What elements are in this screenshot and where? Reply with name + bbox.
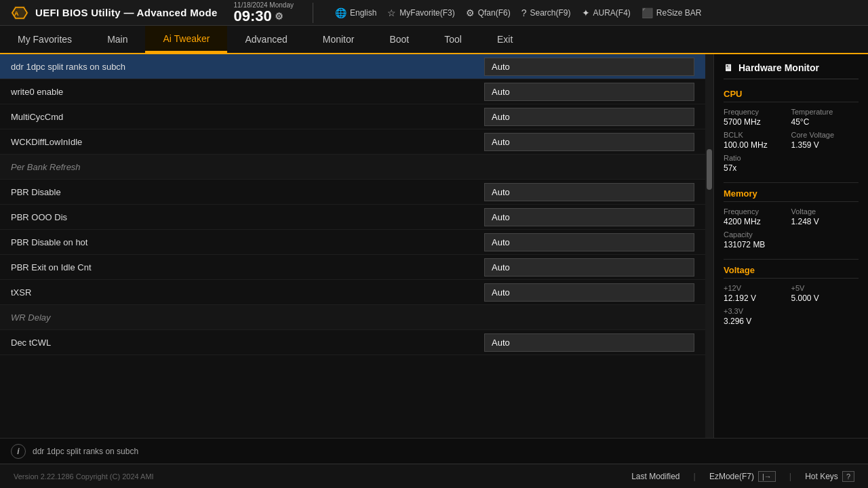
aura-icon: ✦	[582, 7, 590, 18]
value-box[interactable]: Auto	[484, 333, 694, 352]
search-tool[interactable]: ? Search(F9)	[521, 7, 571, 18]
table-row[interactable]: PBR Disable Auto	[0, 180, 705, 205]
hotkeys-label: Hot Keys	[805, 472, 838, 481]
hw-item	[791, 154, 859, 173]
footer-sep: |	[789, 471, 791, 481]
app-title: UEFI BIOS Utility — Advanced Mode	[35, 7, 218, 18]
qfan-tool[interactable]: ⚙ Qfan(F6)	[466, 7, 511, 18]
nav-myfavorites-label: My Favorites	[18, 34, 72, 45]
nav-tool[interactable]: Tool	[427, 26, 479, 53]
nav-myfavorites[interactable]: My Favorites	[0, 26, 90, 53]
hw-item-label: BCLK	[724, 131, 791, 139]
hw-row: BCLK 100.00 MHz Core Voltage 1.359 V	[724, 131, 859, 150]
hw-row: Ratio 57x	[724, 154, 859, 173]
hw-cpu-title: CPU	[724, 89, 859, 102]
hw-item: Ratio 57x	[724, 154, 791, 173]
hw-divider	[724, 259, 859, 260]
nav-advanced[interactable]: Advanced	[227, 26, 304, 53]
setting-value: Auto	[484, 258, 694, 277]
header-divider	[313, 3, 313, 23]
hw-item-value: 1.248 V	[791, 217, 859, 226]
table-row[interactable]: write0 enable Auto	[0, 79, 705, 104]
hw-item: Frequency 4200 MHz	[724, 207, 791, 226]
nav-exit[interactable]: Exit	[479, 26, 530, 53]
setting-value: Auto	[484, 183, 694, 201]
nav-aitweaker[interactable]: Ai Tweaker	[145, 26, 227, 53]
header-logo: A UEFI BIOS Utility — Advanced Mode	[9, 3, 218, 23]
hw-item-value: 3.296 V	[724, 317, 791, 326]
setting-value: Auto	[484, 108, 694, 126]
settings-icon: ⚙	[275, 12, 283, 21]
table-row[interactable]: PBR Disable on hot Auto	[0, 230, 705, 255]
ezmode-button[interactable]: EzMode(F7) |→	[709, 471, 776, 482]
setting-label: PBR OOO Dis	[11, 212, 484, 222]
nav-tool-label: Tool	[444, 34, 462, 45]
table-row[interactable]: WCKDiffLowInIdle Auto	[0, 129, 705, 155]
scrollbar-thumb[interactable]	[707, 149, 712, 190]
hw-item: Frequency 5700 MHz	[724, 108, 791, 127]
content-area: ddr 1dpc split ranks on subch Auto write…	[0, 54, 705, 438]
nav-boot[interactable]: Boot	[372, 26, 427, 53]
hw-row: Capacity 131072 MB	[724, 230, 859, 249]
nav-main[interactable]: Main	[90, 26, 145, 53]
hw-item-label: Capacity	[724, 230, 791, 239]
value-box[interactable]: Auto	[484, 133, 694, 151]
value-box[interactable]: Auto	[484, 108, 694, 126]
hw-item-label: Voltage	[791, 207, 859, 216]
english-tool[interactable]: 🌐 English	[335, 7, 376, 18]
setting-label: tXSR	[11, 287, 484, 298]
resizebar-tool[interactable]: ⬛ ReSize BAR	[642, 7, 702, 18]
value-box[interactable]: Auto	[484, 283, 694, 302]
setting-value: Auto	[484, 133, 694, 151]
table-row[interactable]: Dec tCWL Auto	[0, 330, 705, 355]
nav-aitweaker-label: Ai Tweaker	[163, 33, 210, 44]
setting-label: PBR Disable on hot	[11, 237, 484, 247]
hw-item-value: 1.359 V	[791, 140, 859, 150]
hw-item-value: 5700 MHz	[724, 117, 791, 127]
hw-item-label: Ratio	[724, 154, 791, 162]
table-row[interactable]: MultiCycCmd Auto	[0, 104, 705, 129]
hw-item-label: +5V	[791, 284, 859, 292]
hotkeys-button[interactable]: Hot Keys ?	[805, 471, 854, 482]
setting-label: MultiCycCmd	[11, 112, 484, 122]
value-box[interactable]: Auto	[484, 83, 694, 101]
aura-tool[interactable]: ✦ AURA(F4)	[582, 7, 631, 18]
hw-item: Capacity 131072 MB	[724, 230, 791, 249]
svg-marker-0	[11, 6, 28, 20]
hw-monitor-panel: 🖥 Hardware Monitor CPU Frequency 5700 MH…	[713, 54, 868, 438]
info-icon: i	[11, 444, 26, 459]
hw-item-value: 12.192 V	[724, 293, 791, 303]
myfavorite-label: MyFavorite(F3)	[399, 8, 454, 18]
hotkeys-key-badge: ?	[842, 471, 854, 482]
hw-item: +3.3V 3.296 V	[724, 307, 791, 326]
hw-memory-title: Memory	[724, 188, 859, 202]
table-row[interactable]: PBR OOO Dis Auto	[0, 205, 705, 230]
value-box[interactable]: Auto	[484, 233, 694, 251]
last-modified-label: Last Modified	[631, 472, 679, 481]
search-label: Search(F9)	[530, 8, 570, 18]
last-modified-button[interactable]: Last Modified	[631, 472, 679, 481]
value-box[interactable]: Auto	[484, 183, 694, 201]
value-box[interactable]: Auto	[484, 208, 694, 226]
nav-monitor[interactable]: Monitor	[305, 26, 372, 53]
main-layout: ddr 1dpc split ranks on subch Auto write…	[0, 54, 868, 438]
setting-value: Auto	[484, 83, 694, 101]
table-row[interactable]: ddr 1dpc split ranks on subch Auto	[0, 54, 705, 79]
table-row[interactable]: PBR Exit on Idle Cnt Auto	[0, 255, 705, 280]
info-bar: i ddr 1dpc split ranks on subch	[0, 438, 868, 464]
english-label: English	[350, 8, 376, 18]
aura-label: AURA(F4)	[593, 8, 631, 18]
value-box[interactable]: Auto	[484, 58, 694, 76]
setting-value: Auto	[484, 333, 694, 352]
hw-item: Voltage 1.248 V	[791, 207, 859, 226]
hw-memory-section: Memory Frequency 4200 MHz Voltage 1.248 …	[724, 188, 859, 249]
info-text: ddr 1dpc split ranks on subch	[33, 447, 138, 456]
scrollbar-track[interactable]	[705, 54, 713, 438]
myfavorite-tool[interactable]: ☆ MyFavorite(F3)	[387, 7, 454, 18]
hw-item-label: Core Voltage	[791, 131, 859, 139]
nav-monitor-label: Monitor	[323, 34, 355, 45]
table-row[interactable]: tXSR Auto	[0, 280, 705, 305]
hw-item-value: 45°C	[791, 117, 859, 127]
ezmode-key-badge: |→	[758, 471, 776, 482]
value-box[interactable]: Auto	[484, 258, 694, 277]
